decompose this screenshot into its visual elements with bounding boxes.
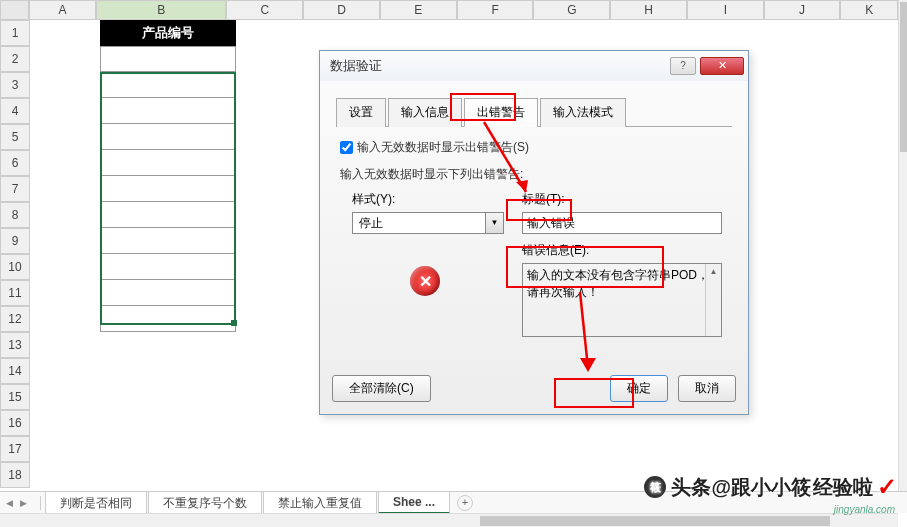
col-header-I[interactable]: I (687, 0, 764, 20)
dropdown-icon[interactable]: ▼ (486, 212, 504, 234)
row-header[interactable]: 18 (0, 462, 30, 488)
watermark-url: jingyanla.com (834, 504, 895, 515)
checkbox-label: 输入无效数据时显示出错警告(S) (357, 139, 529, 156)
close-button[interactable]: ✕ (700, 57, 744, 75)
cell[interactable] (100, 254, 236, 280)
section-label: 输入无效数据时显示下列出错警告: (340, 166, 728, 183)
row-header[interactable]: 14 (0, 358, 30, 384)
cell[interactable] (100, 202, 236, 228)
row-header[interactable]: 16 (0, 410, 30, 436)
row-header[interactable]: 5 (0, 124, 30, 150)
nav-next-icon[interactable]: ▶ (20, 498, 30, 508)
row-header[interactable]: 12 (0, 306, 30, 332)
row-header[interactable]: 11 (0, 280, 30, 306)
row-header[interactable]: 8 (0, 202, 30, 228)
help-button[interactable]: ? (670, 57, 696, 75)
sheet-tab-active[interactable]: Shee ... (378, 491, 450, 514)
scroll-up-icon[interactable]: ▲ (706, 264, 721, 280)
row-headers: 1 2 3 4 5 6 7 8 9 10 11 12 13 14 15 16 1… (0, 20, 30, 488)
col-header-K[interactable]: K (840, 0, 898, 20)
add-sheet-button[interactable]: + (457, 495, 473, 511)
row-header[interactable]: 9 (0, 228, 30, 254)
row-header[interactable]: 15 (0, 384, 30, 410)
col-header-C[interactable]: C (226, 0, 303, 20)
tab-ime-mode[interactable]: 输入法模式 (540, 98, 626, 127)
col-header-B[interactable]: B (96, 0, 226, 20)
divider (40, 496, 41, 510)
cell[interactable] (100, 46, 236, 72)
tab-settings[interactable]: 设置 (336, 98, 386, 127)
watermark: 筱 头条@跟小小筱 经验啦 ✓ (644, 473, 897, 501)
row-header[interactable]: 1 (0, 20, 30, 46)
cell[interactable] (100, 280, 236, 306)
col-header-E[interactable]: E (380, 0, 457, 20)
message-label: 错误信息(E): (522, 242, 722, 259)
column-headers: A B C D E F G H I J K (0, 0, 898, 20)
dialog-tabs: 设置 输入信息 出错警告 输入法模式 (336, 97, 732, 127)
title-input[interactable] (522, 212, 722, 234)
style-select[interactable] (352, 212, 486, 234)
nav-prev-icon[interactable]: ◀ (6, 498, 16, 508)
row-header[interactable]: 10 (0, 254, 30, 280)
sheet-tab[interactable]: 不重复序号个数 (148, 491, 262, 515)
row-header[interactable]: 4 (0, 98, 30, 124)
col-header-J[interactable]: J (764, 0, 841, 20)
sheet-tab[interactable]: 判断是否相同 (45, 491, 147, 515)
tab-error-alert[interactable]: 出错警告 (464, 98, 538, 127)
row-header[interactable]: 6 (0, 150, 30, 176)
clear-all-button[interactable]: 全部清除(C) (332, 375, 431, 402)
row-header[interactable]: 13 (0, 332, 30, 358)
col-header-F[interactable]: F (457, 0, 534, 20)
cell[interactable] (100, 98, 236, 124)
avatar-icon: 筱 (644, 476, 666, 498)
cell[interactable] (100, 150, 236, 176)
data-validation-dialog: 数据验证 ? ✕ 设置 输入信息 出错警告 输入法模式 输入无效数据时显示出错警… (319, 50, 749, 415)
select-all-corner[interactable] (0, 0, 29, 20)
tab-nav: ◀ ▶ (0, 498, 36, 508)
horizontal-scrollbar[interactable] (0, 513, 898, 527)
message-text: 输入的文本没有包含字符串POD，请再次输入！ (527, 268, 709, 299)
watermark-text: 头条@跟小小筱 (671, 474, 811, 501)
row-header[interactable]: 2 (0, 46, 30, 72)
col-header-A[interactable]: A (29, 0, 96, 20)
vertical-scrollbar[interactable] (898, 0, 907, 497)
cell[interactable] (100, 124, 236, 150)
message-textarea[interactable]: 输入的文本没有包含字符串POD，请再次输入！ ▲ (522, 263, 722, 337)
row-header[interactable]: 7 (0, 176, 30, 202)
cancel-button[interactable]: 取消 (678, 375, 736, 402)
col-header-D[interactable]: D (303, 0, 380, 20)
tab-input-message[interactable]: 输入信息 (388, 98, 462, 127)
dialog-title: 数据验证 (330, 57, 382, 75)
dialog-titlebar[interactable]: 数据验证 ? ✕ (320, 51, 748, 81)
watermark-suffix: 经验啦 (813, 474, 873, 501)
style-label: 样式(Y): (352, 191, 504, 208)
cell[interactable] (100, 176, 236, 202)
ok-button[interactable]: 确定 (610, 375, 668, 402)
product-table (100, 46, 236, 332)
cell[interactable] (100, 228, 236, 254)
title-label: 标题(T): (522, 191, 722, 208)
row-header[interactable]: 3 (0, 72, 30, 98)
error-icon: ✕ (410, 266, 440, 296)
cell[interactable] (100, 306, 236, 332)
cell[interactable] (100, 72, 236, 98)
row-header[interactable]: 17 (0, 436, 30, 462)
col-header-G[interactable]: G (533, 0, 610, 20)
table-header: 产品编号 (100, 20, 236, 46)
check-icon: ✓ (877, 473, 897, 501)
show-alert-checkbox[interactable] (340, 141, 353, 154)
sheet-tab[interactable]: 禁止输入重复值 (263, 491, 377, 515)
textarea-scrollbar[interactable]: ▲ (705, 264, 721, 336)
col-header-H[interactable]: H (610, 0, 687, 20)
